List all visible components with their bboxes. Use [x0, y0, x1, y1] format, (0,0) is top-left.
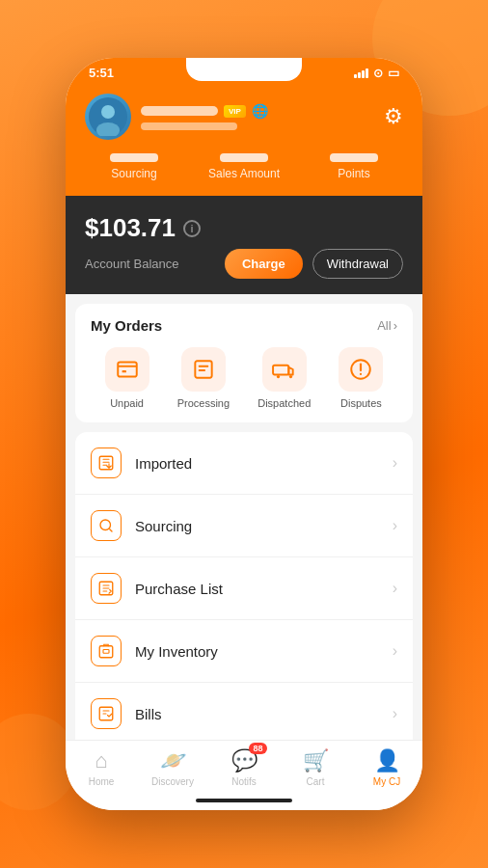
imported-icon: [91, 448, 122, 478]
svg-rect-5: [195, 361, 211, 377]
username-placeholder: [141, 106, 218, 116]
bills-label: Bills: [135, 706, 162, 722]
svg-point-12: [100, 520, 111, 530]
chevron-right-icon: ›: [393, 705, 397, 722]
status-icons: ⊙ ▭: [354, 66, 399, 80]
svg-rect-11: [99, 456, 113, 470]
cart-icon: 🛒: [303, 748, 329, 773]
imported-label: Imported: [135, 455, 192, 472]
purchase-list-icon: [91, 573, 122, 604]
avatar[interactable]: [85, 94, 131, 140]
signal-icon: [354, 68, 368, 78]
processing-label: Processing: [177, 397, 230, 409]
orders-section: My Orders All › Unpaid: [75, 304, 413, 422]
wifi-icon: ⊙: [373, 67, 383, 80]
globe-icon: 🌐: [252, 103, 268, 119]
menu-imported[interactable]: Imported ›: [75, 432, 413, 495]
main-content: My Orders All › Unpaid: [66, 294, 422, 740]
purchase-list-label: Purchase List: [135, 581, 223, 597]
stat-value-placeholder: [330, 153, 378, 162]
battery-icon: ▭: [388, 66, 399, 80]
home-bar: [196, 799, 292, 802]
username-row: VIP 🌐: [141, 103, 268, 119]
svg-rect-15: [103, 650, 109, 654]
svg-point-7: [277, 375, 280, 378]
balance-amount-row: $103.71 i: [85, 213, 403, 243]
settings-icon[interactable]: ⚙: [384, 104, 403, 129]
stat-sourcing[interactable]: Sourcing: [110, 153, 158, 180]
stat-sales-label: Sales Amount: [208, 167, 280, 180]
menu-inventory-left: My Inventory: [91, 636, 218, 666]
menu-purchase-list[interactable]: Purchase List ›: [75, 557, 413, 620]
orders-header: My Orders All ›: [91, 317, 397, 334]
disputes-label: Disputes: [340, 397, 382, 409]
home-icon: ⌂: [95, 748, 107, 773]
stat-points-label: Points: [338, 167, 369, 180]
menu-bills-left: Bills: [91, 698, 162, 729]
notch: [186, 58, 302, 81]
disputes-icon: [339, 347, 383, 392]
home-indicator: [66, 799, 422, 810]
order-processing[interactable]: Processing: [177, 347, 230, 409]
chevron-right-icon: ›: [393, 642, 397, 660]
stat-sourcing-label: Sourcing: [111, 167, 156, 180]
profile-info: VIP 🌐: [141, 103, 268, 130]
sourcing-icon: [91, 510, 122, 541]
menu-my-inventory[interactable]: My Inventory ›: [75, 620, 413, 683]
svg-rect-4: [122, 370, 125, 372]
svg-rect-14: [99, 646, 113, 658]
time-display: 5:51: [89, 66, 114, 80]
order-dispatched[interactable]: Dispatched: [258, 347, 311, 409]
nav-discovery[interactable]: 🪐 Discovery: [137, 748, 208, 787]
stat-points[interactable]: Points: [330, 153, 378, 180]
bottom-nav: ⌂ Home 🪐 Discovery 💬 88 Notifs 🛒 Cart 👤 …: [66, 740, 422, 799]
order-icons-row: Unpaid Processing: [91, 347, 397, 409]
dispatched-label: Dispatched: [258, 397, 311, 409]
balance-info-icon[interactable]: i: [183, 220, 201, 237]
svg-point-8: [289, 375, 292, 378]
nav-notifs[interactable]: 💬 88 Notifs: [208, 748, 280, 787]
balance-label: Account Balance: [85, 257, 179, 271]
menu-purchase-left: Purchase List: [91, 573, 223, 604]
chevron-right-icon: ›: [393, 517, 397, 534]
phone-frame: 5:51 ⊙ ▭: [66, 58, 422, 810]
chevron-right-icon: ›: [393, 454, 397, 472]
dispatched-icon: [262, 347, 307, 392]
stat-sales-amount[interactable]: Sales Amount: [208, 153, 280, 180]
notifs-badge-wrap: 💬 88: [231, 748, 258, 773]
header: VIP 🌐 ⚙ Sourcing Sales Amount Points: [66, 84, 422, 196]
menu-sourcing[interactable]: Sourcing ›: [75, 495, 413, 557]
stats-row: Sourcing Sales Amount Points: [85, 153, 403, 180]
balance-value: $103.71: [85, 213, 176, 243]
my-cj-icon: 👤: [374, 748, 400, 773]
nav-my-cj[interactable]: 👤 My CJ: [351, 748, 422, 787]
sourcing-label: Sourcing: [135, 518, 192, 534]
svg-rect-3: [118, 362, 137, 376]
nav-home[interactable]: ⌂ Home: [66, 748, 137, 787]
withdrawal-button[interactable]: Withdrawal: [312, 249, 403, 279]
balance-actions: Charge Withdrawal: [225, 249, 403, 279]
nav-cart[interactable]: 🛒 Cart: [280, 748, 351, 787]
orders-all-button[interactable]: All ›: [377, 318, 397, 333]
discovery-icon: 🪐: [160, 748, 186, 773]
order-unpaid[interactable]: Unpaid: [105, 347, 149, 409]
profile-left: VIP 🌐: [85, 94, 268, 140]
chevron-right-icon: ›: [393, 580, 397, 597]
menu-bills[interactable]: Bills ›: [75, 683, 413, 740]
stat-value-placeholder: [110, 153, 158, 162]
menu-sourcing-left: Sourcing: [91, 510, 192, 541]
userid-placeholder: [141, 122, 237, 130]
charge-button[interactable]: Charge: [225, 249, 303, 279]
nav-home-label: Home: [89, 776, 115, 787]
bills-icon: [91, 698, 122, 729]
vip-badge: VIP: [224, 105, 246, 118]
balance-card: $103.71 i Account Balance Charge Withdra…: [66, 196, 422, 294]
my-inventory-icon: [91, 636, 122, 666]
order-disputes[interactable]: Disputes: [339, 347, 383, 409]
unpaid-icon: [105, 347, 149, 392]
chevron-right-icon: ›: [393, 318, 397, 333]
notifs-badge: 88: [249, 743, 266, 754]
orders-title: My Orders: [91, 317, 162, 334]
my-inventory-label: My Inventory: [135, 643, 218, 660]
svg-point-10: [360, 373, 362, 375]
